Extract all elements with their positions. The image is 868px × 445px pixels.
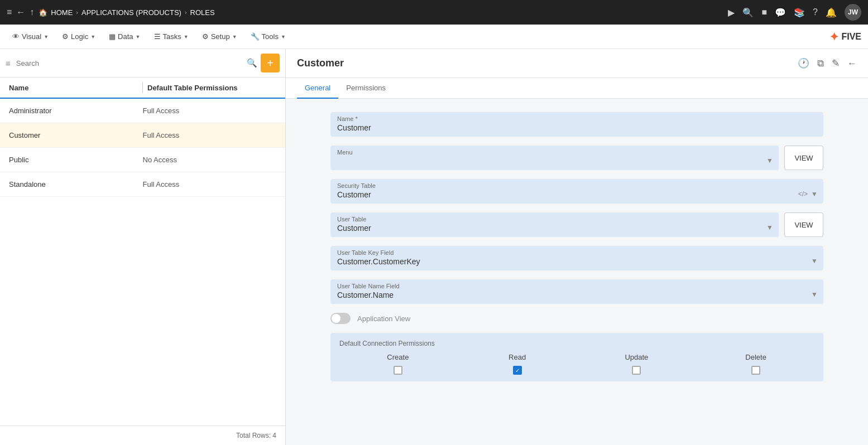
tasks-arrow: ▼: [184, 34, 189, 40]
avatar[interactable]: JW: [845, 4, 861, 21]
breadcrumb-home[interactable]: HOME: [51, 8, 73, 17]
menu-data[interactable]: ▦ Data ▼: [103, 29, 146, 44]
user-table-key-field: User Table Key Field ▼: [330, 246, 823, 270]
stop-icon[interactable]: ■: [761, 7, 767, 17]
perm-update-checkbox[interactable]: [632, 366, 641, 375]
perm-update-col: Update: [578, 353, 696, 375]
tab-permissions[interactable]: Permissions: [338, 78, 394, 99]
perm-update-header: Update: [625, 353, 648, 361]
menu-bar-left: 👁 Visual ▼ ⚙ Logic ▼ ▦ Data ▼ ☰ Tasks ▼ …: [7, 29, 291, 44]
table-row[interactable]: Standalone Full Access: [0, 172, 285, 197]
search-magnifier-icon[interactable]: 🔍: [247, 58, 257, 68]
logic-arrow: ▼: [90, 34, 95, 40]
tasks-icon: ☰: [154, 32, 161, 41]
security-table-label: Security Table: [337, 182, 817, 189]
filter-icon: ≡: [6, 59, 11, 68]
logic-icon: ⚙: [62, 32, 69, 41]
perm-delete-header: Delete: [745, 353, 766, 361]
five-logo: ✦ FIVE: [829, 30, 861, 43]
perm-read-checkbox[interactable]: ✓: [513, 366, 522, 375]
perm-create-header: Create: [387, 353, 409, 361]
name-label: Name *: [337, 115, 817, 122]
menu-view-button[interactable]: VIEW: [784, 146, 823, 170]
menu-tasks[interactable]: ☰ Tasks ▼: [148, 29, 194, 44]
tools-label: Tools: [262, 32, 279, 41]
row-name-customer: Customer: [9, 131, 143, 139]
user-table-label: User Table: [337, 216, 772, 223]
user-table-row: User Table ▼ VIEW: [330, 212, 823, 237]
user-table-input[interactable]: [337, 224, 772, 233]
search-input[interactable]: [16, 59, 243, 67]
data-icon: ▦: [109, 32, 116, 41]
play-icon[interactable]: ▶: [728, 7, 735, 18]
permissions-section: Default Connection Permissions Create Re…: [330, 333, 823, 381]
menu-input[interactable]: [337, 157, 772, 166]
copy-icon[interactable]: ⧉: [817, 58, 824, 69]
security-table-field: Security Table </> ▼: [330, 179, 823, 204]
perm-delete-checkbox[interactable]: [751, 366, 760, 375]
col-header-name: Name: [9, 84, 138, 92]
library-icon[interactable]: 📚: [794, 7, 805, 18]
logic-label: Logic: [71, 32, 88, 41]
tab-general[interactable]: General: [297, 78, 338, 99]
data-label: Data: [118, 32, 133, 41]
setup-label: Setup: [211, 32, 230, 41]
top-nav-left: ≡ ← ↑ 🏠 HOME › APPLICATIONS (PRODUCTS) ›…: [7, 7, 215, 17]
breadcrumb-roles[interactable]: ROLES: [190, 8, 215, 17]
five-logo-text: FIVE: [841, 32, 861, 42]
user-table-name-field: User Table Name Field ▼: [330, 279, 823, 304]
menu-logic[interactable]: ⚙ Logic ▼: [56, 29, 101, 44]
user-table-key-dropdown-icon: ▼: [811, 257, 818, 265]
history-icon[interactable]: 🕐: [798, 57, 809, 69]
application-view-label: Application View: [357, 315, 410, 323]
row-permissions-administrator: Full Access: [143, 107, 277, 115]
perm-delete-col: Delete: [697, 353, 814, 375]
add-button[interactable]: +: [261, 54, 280, 72]
user-table-key-input[interactable]: [337, 257, 817, 266]
menu-tools[interactable]: 🔧 Tools ▼: [245, 29, 291, 44]
back-icon[interactable]: ←: [16, 7, 25, 17]
security-table-input[interactable]: [337, 190, 817, 199]
menu-label: Menu: [337, 149, 772, 156]
sidebar: ≡ 🔍 + Name Default Table Permissions Adm…: [0, 49, 286, 445]
user-table-name-dropdown-icon: ▼: [811, 291, 818, 298]
table-header: Name Default Table Permissions: [0, 78, 285, 99]
user-table-name-input[interactable]: [337, 291, 817, 299]
perm-create-checkbox[interactable]: [394, 366, 402, 375]
row-name-standalone: Standalone: [9, 180, 143, 188]
table-body: Administrator Full Access Customer Full …: [0, 99, 285, 425]
breadcrumb-products[interactable]: APPLICATIONS (PRODUCTS): [81, 8, 181, 17]
row-permissions-standalone: Full Access: [143, 180, 277, 188]
notification-icon[interactable]: 🔔: [826, 7, 837, 18]
chat-icon[interactable]: 💬: [775, 7, 786, 18]
edit-icon[interactable]: ✎: [832, 57, 840, 69]
permissions-grid: Create Read ✓ Update Delete: [339, 353, 814, 375]
application-view-toggle[interactable]: [330, 313, 351, 324]
search-icon[interactable]: 🔍: [742, 7, 754, 18]
setup-icon: ⚙: [202, 32, 209, 41]
table-row[interactable]: Administrator Full Access: [0, 99, 285, 123]
name-input[interactable]: [337, 123, 817, 132]
user-table-key-label: User Table Key Field: [337, 249, 817, 256]
table-row[interactable]: Public No Access: [0, 148, 285, 172]
user-table-view-button[interactable]: VIEW: [784, 212, 823, 237]
help-icon[interactable]: ?: [813, 7, 818, 17]
user-table-field: User Table ▼: [330, 212, 779, 237]
visual-icon: 👁: [12, 32, 20, 41]
row-name-public: Public: [9, 156, 143, 164]
close-icon[interactable]: ←: [847, 58, 857, 69]
perm-read-col: Read ✓: [459, 353, 576, 375]
up-icon[interactable]: ↑: [30, 7, 34, 17]
visual-arrow: ▼: [44, 34, 49, 40]
permissions-section-title: Default Connection Permissions: [339, 340, 814, 347]
menu-field: Menu ▼: [330, 146, 779, 170]
sidebar-search-bar: ≡ 🔍 +: [0, 49, 285, 78]
menu-icon[interactable]: ≡: [7, 7, 12, 17]
menu-setup[interactable]: ⚙ Setup ▼: [196, 29, 243, 44]
menu-visual[interactable]: 👁 Visual ▼: [7, 29, 54, 44]
menu-dropdown-icon: ▼: [766, 157, 773, 165]
breadcrumb-sep2: ›: [185, 9, 187, 16]
name-field: Name *: [330, 112, 823, 137]
menu-bar: 👁 Visual ▼ ⚙ Logic ▼ ▦ Data ▼ ☰ Tasks ▼ …: [0, 25, 868, 49]
table-row[interactable]: Customer Full Access: [0, 123, 285, 148]
